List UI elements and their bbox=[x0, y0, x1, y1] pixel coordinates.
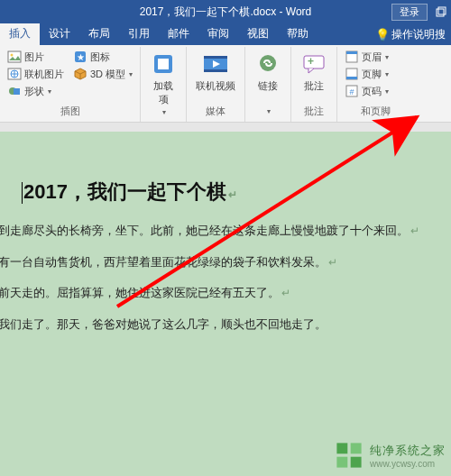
group-media: 联机视频 媒体 bbox=[187, 47, 245, 122]
paragraph: 有一台自动售货机，西芹望着里面花花绿绿的袋子和饮料发呆。↵ bbox=[0, 250, 433, 276]
chevron-down-icon: ▾ bbox=[385, 53, 389, 61]
chevron-down-icon: ▾ bbox=[48, 87, 51, 96]
group-illustrations: 图片 联机图片 形状▾ ★ 图标 3D 模型▾ bbox=[0, 47, 141, 122]
tab-references[interactable]: 引用 bbox=[119, 23, 159, 45]
footer-button[interactable]: 页脚▾ bbox=[343, 66, 391, 82]
header-button[interactable]: 页眉▾ bbox=[343, 49, 391, 65]
tab-view[interactable]: 视图 bbox=[238, 23, 278, 45]
link-button[interactable]: 链接▾ bbox=[251, 49, 285, 117]
window-restore-icon[interactable] bbox=[435, 5, 447, 18]
svg-text:★: ★ bbox=[77, 52, 85, 62]
tell-me-label: 操作说明搜 bbox=[391, 27, 446, 42]
online-picture-icon bbox=[7, 67, 22, 81]
ribbon-tabs: 插入 设计 布局 引用 邮件 审阅 视图 帮助 💡 操作说明搜 bbox=[0, 23, 451, 45]
svg-rect-7 bbox=[14, 88, 20, 95]
tab-design[interactable]: 设计 bbox=[40, 23, 79, 45]
cube-icon bbox=[73, 67, 87, 81]
group-comments: + 批注 批注 bbox=[291, 47, 337, 122]
paragraph: 前天走的。屈指算算，她住进这家医院已经有五天了。↵ bbox=[0, 280, 433, 307]
group-label-illustrations: 插图 bbox=[5, 105, 134, 120]
titlebar-right: 登录 bbox=[391, 4, 447, 21]
ribbon: 图片 联机图片 形状▾ ★ 图标 3D 模型▾ bbox=[0, 45, 451, 123]
svg-rect-14 bbox=[204, 69, 227, 72]
svg-rect-2 bbox=[8, 51, 21, 62]
document-canvas: 2017，我们一起下个棋↵ 到走廊尽头的长椅旁，坐下。此前，她已经在这条走廊上慢… bbox=[0, 132, 451, 476]
document-title: 2017，我们一起下个棋.docx - Word bbox=[140, 5, 312, 20]
tell-me-search[interactable]: 💡 操作说明搜 bbox=[370, 23, 451, 45]
icons-icon: ★ bbox=[73, 50, 87, 64]
page-number-button[interactable]: # 页码▾ bbox=[343, 83, 391, 99]
group-label-comments: 批注 bbox=[297, 105, 331, 120]
comment-icon: + bbox=[300, 50, 327, 78]
svg-text:#: # bbox=[350, 87, 354, 96]
titlebar: 2017，我们一起下个棋.docx - Word 登录 bbox=[0, 0, 451, 23]
svg-rect-19 bbox=[346, 51, 357, 54]
online-pictures-button[interactable]: 联机图片 bbox=[5, 66, 66, 82]
svg-rect-11 bbox=[158, 59, 169, 69]
tab-insert[interactable]: 插入 bbox=[0, 23, 40, 45]
paragraph: 到走廊尽头的长椅旁，坐下。此前，她已经在这条走廊上慢慢地踱了十个来回。↵ bbox=[0, 218, 433, 244]
shapes-icon bbox=[7, 84, 22, 98]
chevron-down-icon: ▾ bbox=[267, 107, 271, 115]
login-button[interactable]: 登录 bbox=[391, 4, 428, 21]
group-addins: 加载 项▾ bbox=[141, 47, 187, 122]
lightbulb-icon: 💡 bbox=[375, 28, 390, 41]
addins-icon bbox=[150, 50, 177, 78]
online-video-button[interactable]: 联机视频 bbox=[192, 49, 239, 95]
group-links: 链接▾ bbox=[245, 47, 291, 122]
chevron-down-icon: ▾ bbox=[385, 87, 389, 96]
chevron-down-icon: ▾ bbox=[385, 70, 389, 78]
svg-point-3 bbox=[11, 54, 14, 57]
paragraph: 我们走了。那天，爸爸对她说了这么几字，顺头也不回地走了。 bbox=[0, 312, 433, 338]
document-body: 到走廊尽头的长椅旁，坐下。此前，她已经在这条走廊上慢慢地踱了十个来回。↵ 有一台… bbox=[0, 218, 433, 337]
link-icon bbox=[254, 50, 281, 78]
header-icon bbox=[345, 50, 359, 64]
paragraph-mark-icon: ↵ bbox=[228, 188, 237, 201]
tab-review[interactable]: 审阅 bbox=[198, 23, 238, 45]
svg-point-15 bbox=[260, 55, 276, 71]
page-number-icon: # bbox=[345, 84, 359, 98]
pictures-button[interactable]: 图片 bbox=[5, 49, 66, 65]
group-label-media: 媒体 bbox=[192, 105, 239, 120]
group-label-headerfooter: 和页脚 bbox=[343, 105, 391, 120]
tab-help[interactable]: 帮助 bbox=[278, 23, 318, 45]
document-page[interactable]: 2017，我们一起下个棋↵ 到走廊尽头的长椅旁，坐下。此前，她已经在这条走廊上慢… bbox=[7, 141, 444, 476]
tab-mailings[interactable]: 邮件 bbox=[159, 23, 198, 45]
addins-button[interactable]: 加载 项▾ bbox=[146, 49, 180, 118]
svg-rect-21 bbox=[346, 77, 357, 79]
footer-icon bbox=[345, 67, 359, 81]
comment-button[interactable]: + 批注 bbox=[297, 49, 331, 95]
group-headerfooter: 页眉▾ 页脚▾ # 页码▾ 和页脚 bbox=[337, 47, 396, 122]
document-heading: 2017，我们一起下个棋↵ bbox=[22, 178, 433, 206]
text-cursor bbox=[22, 182, 23, 204]
picture-icon bbox=[7, 50, 22, 64]
chevron-down-icon: ▾ bbox=[129, 70, 133, 78]
svg-rect-13 bbox=[204, 56, 227, 59]
svg-rect-1 bbox=[438, 7, 446, 14]
shapes-button[interactable]: 形状▾ bbox=[5, 83, 66, 99]
video-icon bbox=[202, 50, 229, 78]
chevron-down-icon: ▾ bbox=[162, 108, 166, 116]
svg-text:+: + bbox=[308, 55, 314, 68]
tab-layout[interactable]: 布局 bbox=[79, 23, 119, 45]
3d-models-button[interactable]: 3D 模型▾ bbox=[71, 66, 134, 82]
svg-rect-0 bbox=[437, 9, 444, 16]
icons-button[interactable]: ★ 图标 bbox=[71, 49, 134, 65]
